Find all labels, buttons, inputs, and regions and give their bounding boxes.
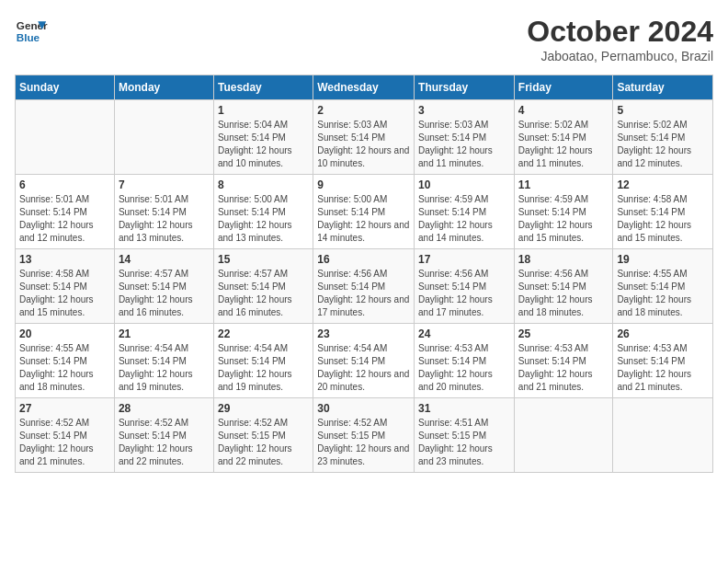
calendar-cell: 21Sunrise: 4:54 AM Sunset: 5:14 PM Dayli… bbox=[114, 324, 213, 398]
day-number: 15 bbox=[218, 253, 309, 266]
week-row-5: 27Sunrise: 4:52 AM Sunset: 5:14 PM Dayli… bbox=[16, 398, 713, 473]
day-info: Sunrise: 4:55 AM Sunset: 5:14 PM Dayligh… bbox=[19, 342, 110, 394]
day-info: Sunrise: 4:56 AM Sunset: 5:14 PM Dayligh… bbox=[518, 268, 609, 319]
calendar-cell: 14Sunrise: 4:57 AM Sunset: 5:14 PM Dayli… bbox=[114, 249, 213, 324]
day-info: Sunrise: 4:53 AM Sunset: 5:14 PM Dayligh… bbox=[518, 342, 609, 394]
day-info: Sunrise: 5:00 AM Sunset: 5:14 PM Dayligh… bbox=[218, 193, 309, 245]
day-info: Sunrise: 4:52 AM Sunset: 5:14 PM Dayligh… bbox=[19, 417, 110, 468]
day-number: 28 bbox=[119, 402, 210, 415]
day-number: 18 bbox=[518, 253, 609, 266]
calendar-cell: 6Sunrise: 5:01 AM Sunset: 5:14 PM Daylig… bbox=[16, 175, 115, 249]
day-info: Sunrise: 4:57 AM Sunset: 5:14 PM Dayligh… bbox=[119, 268, 210, 319]
day-number: 11 bbox=[518, 178, 609, 191]
day-number: 26 bbox=[617, 327, 709, 340]
calendar-cell: 7Sunrise: 5:01 AM Sunset: 5:14 PM Daylig… bbox=[114, 175, 213, 249]
week-row-3: 13Sunrise: 4:58 AM Sunset: 5:14 PM Dayli… bbox=[16, 249, 713, 324]
calendar-cell: 12Sunrise: 4:58 AM Sunset: 5:14 PM Dayli… bbox=[613, 175, 713, 249]
day-number: 31 bbox=[418, 402, 510, 415]
week-row-2: 6Sunrise: 5:01 AM Sunset: 5:14 PM Daylig… bbox=[16, 175, 713, 249]
day-info: Sunrise: 5:03 AM Sunset: 5:14 PM Dayligh… bbox=[317, 119, 410, 170]
day-number: 30 bbox=[317, 402, 410, 415]
calendar-cell: 8Sunrise: 5:00 AM Sunset: 5:14 PM Daylig… bbox=[213, 175, 313, 249]
day-info: Sunrise: 4:56 AM Sunset: 5:14 PM Dayligh… bbox=[317, 268, 410, 319]
day-info: Sunrise: 4:56 AM Sunset: 5:14 PM Dayligh… bbox=[418, 268, 510, 319]
calendar-title: October 2024 bbox=[527, 15, 713, 49]
day-number: 12 bbox=[617, 178, 709, 191]
day-info: Sunrise: 5:00 AM Sunset: 5:14 PM Dayligh… bbox=[317, 193, 410, 245]
calendar-table: SundayMondayTuesdayWednesdayThursdayFrid… bbox=[15, 75, 713, 473]
title-block: October 2024 Jaboatao, Pernambuco, Brazi… bbox=[527, 15, 713, 63]
day-number: 29 bbox=[218, 402, 309, 415]
calendar-cell bbox=[613, 398, 713, 473]
week-row-4: 20Sunrise: 4:55 AM Sunset: 5:14 PM Dayli… bbox=[16, 324, 713, 398]
day-number: 25 bbox=[518, 327, 609, 340]
header-row: SundayMondayTuesdayWednesdayThursdayFrid… bbox=[16, 75, 713, 100]
calendar-cell: 20Sunrise: 4:55 AM Sunset: 5:14 PM Dayli… bbox=[16, 324, 115, 398]
calendar-cell: 30Sunrise: 4:52 AM Sunset: 5:15 PM Dayli… bbox=[313, 398, 415, 473]
day-info: Sunrise: 5:01 AM Sunset: 5:14 PM Dayligh… bbox=[119, 193, 210, 245]
day-info: Sunrise: 5:04 AM Sunset: 5:14 PM Dayligh… bbox=[218, 119, 309, 170]
calendar-cell: 5Sunrise: 5:02 AM Sunset: 5:14 PM Daylig… bbox=[613, 100, 713, 175]
week-row-1: 1Sunrise: 5:04 AM Sunset: 5:14 PM Daylig… bbox=[16, 100, 713, 175]
day-number: 7 bbox=[119, 178, 210, 191]
day-info: Sunrise: 4:54 AM Sunset: 5:14 PM Dayligh… bbox=[317, 342, 410, 394]
page-header: General Blue October 2024 Jaboatao, Pern… bbox=[15, 15, 713, 63]
day-info: Sunrise: 4:59 AM Sunset: 5:14 PM Dayligh… bbox=[518, 193, 609, 245]
calendar-cell: 13Sunrise: 4:58 AM Sunset: 5:14 PM Dayli… bbox=[16, 249, 115, 324]
day-info: Sunrise: 5:01 AM Sunset: 5:14 PM Dayligh… bbox=[19, 193, 110, 245]
day-number: 2 bbox=[317, 104, 410, 117]
header-day-friday: Friday bbox=[514, 75, 613, 100]
calendar-cell: 10Sunrise: 4:59 AM Sunset: 5:14 PM Dayli… bbox=[415, 175, 515, 249]
day-number: 17 bbox=[418, 253, 510, 266]
day-number: 1 bbox=[218, 104, 309, 117]
calendar-cell: 19Sunrise: 4:55 AM Sunset: 5:14 PM Dayli… bbox=[613, 249, 713, 324]
calendar-cell: 16Sunrise: 4:56 AM Sunset: 5:14 PM Dayli… bbox=[313, 249, 415, 324]
day-number: 23 bbox=[317, 327, 410, 340]
calendar-cell: 22Sunrise: 4:54 AM Sunset: 5:14 PM Dayli… bbox=[213, 324, 313, 398]
calendar-cell: 4Sunrise: 5:02 AM Sunset: 5:14 PM Daylig… bbox=[514, 100, 613, 175]
day-info: Sunrise: 5:02 AM Sunset: 5:14 PM Dayligh… bbox=[617, 119, 709, 170]
header-day-wednesday: Wednesday bbox=[313, 75, 415, 100]
calendar-cell: 26Sunrise: 4:53 AM Sunset: 5:14 PM Dayli… bbox=[613, 324, 713, 398]
day-number: 14 bbox=[119, 253, 210, 266]
day-number: 20 bbox=[19, 327, 110, 340]
day-info: Sunrise: 4:51 AM Sunset: 5:15 PM Dayligh… bbox=[418, 417, 510, 468]
day-info: Sunrise: 4:58 AM Sunset: 5:14 PM Dayligh… bbox=[19, 268, 110, 319]
logo: General Blue bbox=[15, 15, 48, 48]
calendar-cell: 11Sunrise: 4:59 AM Sunset: 5:14 PM Dayli… bbox=[514, 175, 613, 249]
calendar-cell: 31Sunrise: 4:51 AM Sunset: 5:15 PM Dayli… bbox=[415, 398, 515, 473]
calendar-cell: 18Sunrise: 4:56 AM Sunset: 5:14 PM Dayli… bbox=[514, 249, 613, 324]
calendar-cell: 17Sunrise: 4:56 AM Sunset: 5:14 PM Dayli… bbox=[415, 249, 515, 324]
day-info: Sunrise: 4:52 AM Sunset: 5:15 PM Dayligh… bbox=[317, 417, 410, 468]
calendar-cell: 27Sunrise: 4:52 AM Sunset: 5:14 PM Dayli… bbox=[16, 398, 115, 473]
day-number: 5 bbox=[617, 104, 709, 117]
day-number: 4 bbox=[518, 104, 609, 117]
day-info: Sunrise: 4:55 AM Sunset: 5:14 PM Dayligh… bbox=[617, 268, 709, 319]
day-info: Sunrise: 5:03 AM Sunset: 5:14 PM Dayligh… bbox=[418, 119, 510, 170]
day-info: Sunrise: 4:58 AM Sunset: 5:14 PM Dayligh… bbox=[617, 193, 709, 245]
day-info: Sunrise: 4:57 AM Sunset: 5:14 PM Dayligh… bbox=[218, 268, 309, 319]
calendar-cell: 9Sunrise: 5:00 AM Sunset: 5:14 PM Daylig… bbox=[313, 175, 415, 249]
day-info: Sunrise: 5:02 AM Sunset: 5:14 PM Dayligh… bbox=[518, 119, 609, 170]
day-number: 24 bbox=[418, 327, 510, 340]
header-day-tuesday: Tuesday bbox=[213, 75, 313, 100]
calendar-cell: 15Sunrise: 4:57 AM Sunset: 5:14 PM Dayli… bbox=[213, 249, 313, 324]
calendar-cell bbox=[16, 100, 115, 175]
day-number: 19 bbox=[617, 253, 709, 266]
day-number: 8 bbox=[218, 178, 309, 191]
calendar-cell: 25Sunrise: 4:53 AM Sunset: 5:14 PM Dayli… bbox=[514, 324, 613, 398]
day-number: 21 bbox=[119, 327, 210, 340]
header-day-thursday: Thursday bbox=[415, 75, 515, 100]
svg-text:Blue: Blue bbox=[17, 31, 40, 43]
calendar-cell bbox=[514, 398, 613, 473]
day-info: Sunrise: 4:53 AM Sunset: 5:14 PM Dayligh… bbox=[418, 342, 510, 394]
calendar-cell: 29Sunrise: 4:52 AM Sunset: 5:15 PM Dayli… bbox=[213, 398, 313, 473]
calendar-cell: 28Sunrise: 4:52 AM Sunset: 5:14 PM Dayli… bbox=[114, 398, 213, 473]
day-info: Sunrise: 4:53 AM Sunset: 5:14 PM Dayligh… bbox=[617, 342, 709, 394]
logo-icon: General Blue bbox=[15, 15, 48, 48]
calendar-cell: 3Sunrise: 5:03 AM Sunset: 5:14 PM Daylig… bbox=[415, 100, 515, 175]
header-day-sunday: Sunday bbox=[16, 75, 115, 100]
calendar-subtitle: Jaboatao, Pernambuco, Brazil bbox=[527, 49, 713, 63]
day-info: Sunrise: 4:54 AM Sunset: 5:14 PM Dayligh… bbox=[218, 342, 309, 394]
day-number: 9 bbox=[317, 178, 410, 191]
